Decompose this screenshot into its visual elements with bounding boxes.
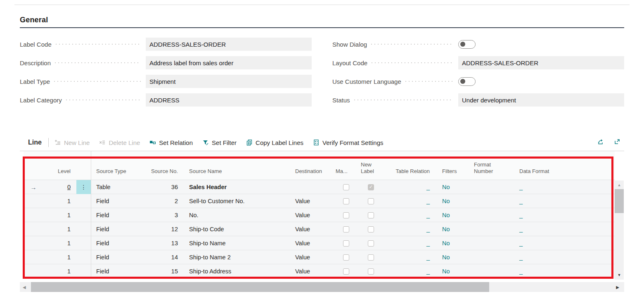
column-header-filters[interactable]: Filters — [434, 168, 463, 180]
new-label-checkbox[interactable] — [368, 184, 374, 190]
label-type-input[interactable]: Shipment — [146, 75, 312, 88]
cell-source-name[interactable]: Sales Header — [182, 184, 281, 190]
row-menu-button[interactable] — [76, 250, 91, 264]
cell-data-format[interactable]: _ — [508, 184, 562, 190]
cell-level[interactable]: 1 — [43, 268, 76, 275]
cell-source-type[interactable]: Field — [91, 254, 144, 261]
column-header-source-type[interactable]: Source Type — [91, 168, 144, 180]
cell-source-no[interactable]: 3 — [144, 212, 182, 218]
ma-checkbox[interactable] — [343, 268, 349, 275]
cell-filters[interactable]: No — [434, 226, 463, 232]
cell-level[interactable]: 0 — [43, 184, 76, 190]
cell-level[interactable]: 1 — [43, 254, 76, 261]
table-row[interactable]: 1 Field 13 Ship-to Name Value _ No _ — [24, 236, 615, 250]
set-relation-button[interactable]: Set Relation — [149, 139, 193, 146]
ma-checkbox[interactable] — [343, 184, 349, 190]
cell-source-name[interactable]: Ship-to Address — [182, 268, 281, 275]
table-row[interactable]: 1 Field 3 No. Value _ No _ — [24, 208, 615, 222]
cell-data-format[interactable]: _ — [508, 198, 562, 204]
cell-source-type[interactable]: Field — [91, 240, 144, 247]
cell-filters[interactable]: No — [434, 198, 463, 204]
cell-source-no[interactable]: 36 — [144, 184, 182, 190]
cell-source-no[interactable]: 12 — [144, 226, 182, 232]
new-label-checkbox[interactable] — [368, 198, 374, 204]
column-header-source-name[interactable]: Source Name — [182, 168, 281, 180]
cell-data-format[interactable]: _ — [508, 240, 562, 247]
new-label-checkbox[interactable] — [368, 268, 374, 275]
column-header-ma[interactable]: Ma... — [331, 168, 355, 180]
column-header-format-number[interactable]: Format Number — [463, 161, 508, 180]
cell-filters[interactable]: No — [434, 254, 463, 261]
use-customer-language-toggle[interactable] — [458, 77, 476, 86]
cell-source-name[interactable]: Ship-to Code — [182, 226, 281, 232]
cell-source-name[interactable]: Ship-to Name 2 — [182, 254, 281, 261]
table-row[interactable]: 1 Field 15 Ship-to Address Value _ No _ — [24, 264, 615, 278]
scroll-down-arrow-icon[interactable]: ▼ — [615, 273, 624, 277]
cell-data-format[interactable]: _ — [508, 212, 562, 218]
table-row[interactable]: → 0 ⋮ Table 36 Sales Header _ No _ — [24, 180, 615, 194]
vertical-scrollbar[interactable]: ▲ ▼ — [615, 180, 624, 280]
show-dialog-toggle[interactable] — [458, 40, 476, 49]
cell-data-format[interactable]: _ — [508, 268, 562, 275]
cell-destination[interactable]: Value — [281, 268, 331, 275]
cell-table-relation[interactable]: _ — [384, 268, 434, 275]
cell-source-name[interactable]: No. — [182, 212, 281, 218]
cell-destination[interactable]: Value — [281, 198, 331, 204]
table-row[interactable]: 1 Field 2 Sell-to Customer No. Value _ N… — [24, 194, 615, 208]
row-menu-button[interactable] — [76, 222, 91, 236]
cell-destination[interactable]: Value — [281, 254, 331, 261]
ma-checkbox[interactable] — [343, 226, 349, 232]
cell-destination[interactable]: Value — [281, 240, 331, 247]
cell-source-no[interactable]: 2 — [144, 198, 182, 204]
status-input[interactable]: Under development — [458, 93, 624, 107]
row-menu-button[interactable] — [76, 208, 91, 222]
vertical-scrollbar-thumb[interactable] — [615, 189, 624, 213]
new-label-checkbox[interactable] — [368, 226, 374, 232]
column-header-table-relation[interactable]: Table Relation — [384, 168, 434, 180]
cell-data-format[interactable]: _ — [508, 254, 562, 261]
cell-table-relation[interactable]: _ — [384, 226, 434, 232]
label-category-input[interactable]: ADDRESS — [146, 93, 312, 107]
cell-filters[interactable]: No — [434, 240, 463, 247]
cell-level[interactable]: 1 — [43, 198, 76, 204]
share-icon[interactable] — [597, 138, 604, 147]
cell-source-no[interactable]: 13 — [144, 240, 182, 247]
cell-table-relation[interactable]: _ — [384, 198, 434, 204]
cell-source-type[interactable]: Field — [91, 198, 144, 204]
ma-checkbox[interactable] — [343, 240, 349, 247]
column-header-data-format[interactable]: Data Format — [508, 168, 562, 180]
scroll-right-arrow-icon[interactable]: ▶ — [616, 285, 619, 289]
new-line-button[interactable]: New Line — [54, 139, 90, 146]
cell-level[interactable]: 1 — [43, 212, 76, 218]
cell-source-type[interactable]: Field — [91, 212, 144, 218]
row-menu-button[interactable] — [76, 194, 91, 208]
set-filter-button[interactable]: Set Filter — [202, 139, 237, 146]
row-menu-button[interactable] — [76, 264, 91, 278]
scroll-up-arrow-icon[interactable]: ▲ — [615, 183, 624, 187]
row-menu-button[interactable]: ⋮ — [76, 180, 91, 194]
description-input[interactable]: Address label from sales order — [146, 56, 312, 69]
ma-checkbox[interactable] — [343, 212, 349, 218]
verify-format-settings-button[interactable]: Verify Format Settings — [313, 139, 384, 146]
new-label-checkbox[interactable] — [368, 212, 374, 218]
cell-level[interactable]: 1 — [43, 240, 76, 247]
cell-destination[interactable]: Value — [281, 226, 331, 232]
horizontal-scrollbar-thumb[interactable] — [31, 282, 489, 292]
column-header-new-label[interactable]: New Label — [355, 161, 384, 180]
label-code-input[interactable]: ADDRESS-SALES-ORDER — [146, 38, 312, 51]
copy-label-lines-button[interactable]: Copy Label Lines — [246, 139, 303, 146]
layout-code-input[interactable]: ADDRESS-SALES-ORDER — [458, 56, 624, 69]
cell-source-type[interactable]: Field — [91, 226, 144, 232]
cell-data-format[interactable]: _ — [508, 226, 562, 232]
scroll-left-arrow-icon[interactable]: ◀ — [23, 285, 26, 289]
cell-source-name[interactable]: Ship-to Name — [182, 240, 281, 247]
cell-filters[interactable]: No — [434, 184, 463, 190]
cell-table-relation[interactable]: _ — [384, 184, 434, 190]
table-row[interactable]: 1 Field 14 Ship-to Name 2 Value _ No _ — [24, 250, 615, 264]
column-header-destination[interactable]: Destination — [281, 168, 331, 180]
cell-destination[interactable]: Value — [281, 212, 331, 218]
cell-level[interactable]: 1 — [43, 226, 76, 232]
table-row[interactable]: 1 Field 12 Ship-to Code Value _ No _ — [24, 222, 615, 236]
cell-filters[interactable]: No — [434, 268, 463, 275]
cell-source-no[interactable]: 15 — [144, 268, 182, 275]
